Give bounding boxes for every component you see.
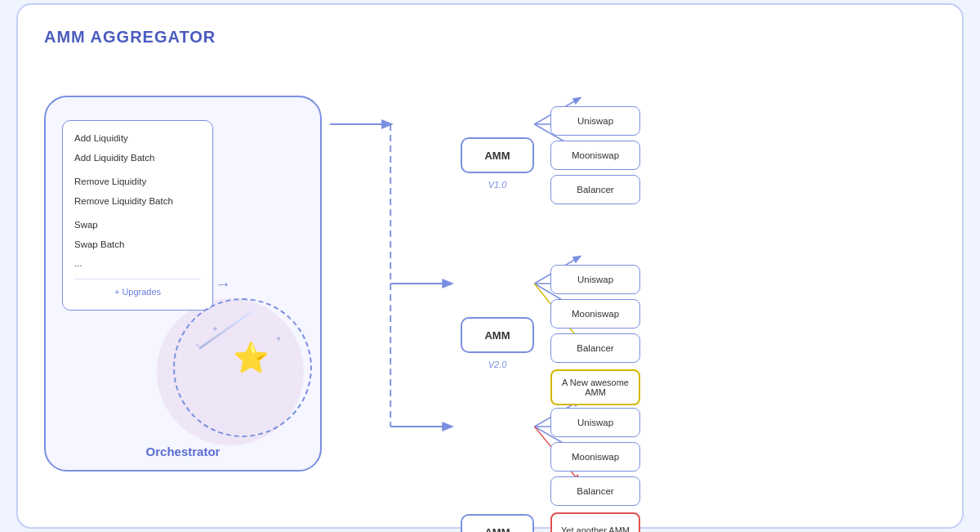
v2-protocol-list: Uniswap Mooniswap Balancer A New awesome… (550, 265, 640, 405)
page-title: AMM AGGREGATOR (44, 28, 936, 47)
cmd-remove-liquidity-batch: Remove Liquidity Batch (74, 194, 201, 210)
cmd-to-orchestrator-arrow: → (215, 275, 231, 293)
orchestrator-label: Orchestrator (46, 445, 320, 458)
commands-box: Add Liquidity Add Liquidity Batch Remove… (62, 120, 213, 311)
vxy-mooniswap: Mooniswap (550, 442, 640, 472)
v2-mooniswap: Mooniswap (550, 299, 640, 329)
v1-protocol-list: Uniswap Mooniswap Balancer (550, 106, 640, 204)
v2-label: V2.0 (488, 360, 507, 369)
amm-vxy-box: AMM (461, 514, 534, 532)
star-icon: ⭐ (233, 341, 270, 375)
v1-label: V1.0 (488, 180, 507, 190)
cmd-remove-liquidity: Remove Liquidity (74, 174, 201, 190)
amm-v1-box: AMM (461, 137, 534, 173)
sparkle3: ✦ (275, 334, 282, 343)
v1-mooniswap: Mooniswap (550, 141, 640, 170)
orchestrator-outer-box: Add Liquidity Add Liquidity Batch Remove… (44, 96, 322, 472)
vxy-uniswap: Uniswap (550, 408, 640, 437)
diagram: Add Liquidity Add Liquidity Batch Remove… (44, 63, 936, 504)
v1-row: AMM V1.0 Uniswap Mooniswap Balancer (461, 106, 640, 204)
v2-balancer: Balancer (550, 333, 640, 363)
cmd-add-liquidity-batch: Add Liquidity Batch (74, 150, 201, 167)
cmd-swap-batch: Swap Batch (74, 237, 201, 253)
cmd-add-liquidity: Add Liquidity (74, 131, 201, 147)
v1-uniswap: Uniswap (550, 106, 640, 136)
main-container: AMM AGGREGATOR Add Liquidity Add Liquidi… (16, 3, 964, 529)
v2-row: AMM V2.0 Uniswap Mooniswap Balancer A Ne… (461, 265, 640, 405)
v2-uniswap: Uniswap (550, 265, 640, 294)
vxy-balancer: Balancer (550, 476, 640, 506)
sparkle1: ✦ (212, 324, 218, 333)
vxy-row: AMM VXY Uniswap Mooniswap Balancer Yet a… (461, 408, 640, 532)
cmd-dots: ... (74, 256, 201, 272)
upgrades-label[interactable]: + Upgrades (74, 279, 201, 300)
v2-new-amm-box: A New awesome AMM (550, 369, 640, 405)
v1-balancer: Balancer (550, 175, 640, 204)
cmd-swap: Swap (74, 217, 201, 234)
vxy-yet-another-amm: Yet another AMM (550, 512, 640, 532)
vxy-protocol-list: Uniswap Mooniswap Balancer Yet another A… (550, 408, 640, 532)
amm-v2-box: AMM (461, 317, 534, 353)
orchestrator-circle: ✦ + ✦ ⭐ (173, 298, 312, 437)
